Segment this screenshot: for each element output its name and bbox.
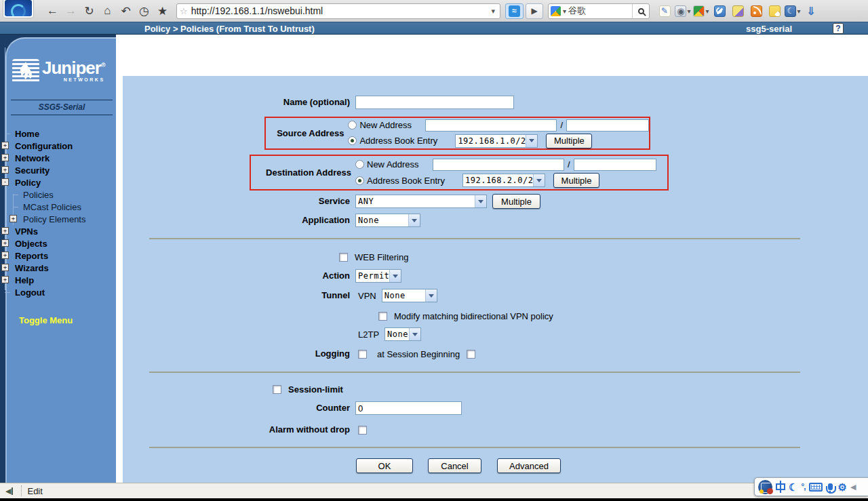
- destination-netmask-input[interactable]: [574, 159, 656, 171]
- address-bar[interactable]: ☆ http://192.168.1.1/nswebui.html ▾: [176, 3, 500, 19]
- ime-keyboard-icon[interactable]: [809, 483, 823, 492]
- chevron-down-icon[interactable]: [409, 328, 420, 340]
- chevron-down-icon[interactable]: [475, 195, 486, 207]
- sidebar-item-mcast-policies[interactable]: MCast Policies: [1, 201, 117, 213]
- url-star-icon[interactable]: ☆: [180, 6, 188, 16]
- chevron-down-icon[interactable]: [425, 289, 437, 302]
- expand-icon[interactable]: +: [1, 227, 9, 235]
- sidebar-item-reports[interactable]: +Reports: [1, 249, 117, 262]
- sidebar-item-help[interactable]: +Help: [1, 274, 117, 286]
- apps-button[interactable]: ▾: [693, 3, 709, 19]
- ime-punctuation-icon[interactable]: °,: [801, 482, 805, 492]
- advanced-button[interactable]: Advanced: [497, 458, 561, 473]
- expand-icon[interactable]: +: [1, 166, 9, 174]
- quickdial-button[interactable]: ≈: [505, 3, 524, 19]
- history-icon[interactable]: ◷: [135, 2, 153, 20]
- rss-button[interactable]: [748, 3, 764, 19]
- search-box[interactable]: ▾ 谷歌: [548, 3, 650, 19]
- ime-collapse-icon[interactable]: ◀: [850, 483, 856, 492]
- vpn-select[interactable]: None: [382, 289, 437, 302]
- sidebar-item-objects[interactable]: +Objects: [1, 237, 117, 249]
- back-icon[interactable]: ←: [43, 2, 62, 20]
- download-button[interactable]: ⇓: [803, 3, 819, 19]
- session-beginning-checkbox[interactable]: [467, 350, 475, 359]
- source-netmask-input[interactable]: [566, 119, 649, 132]
- sidebar-item-logout[interactable]: Logout: [1, 286, 117, 298]
- application-select[interactable]: None: [355, 214, 420, 227]
- sidebar-item-vpns[interactable]: +VPNs: [1, 225, 117, 237]
- tools-button[interactable]: [711, 3, 728, 19]
- home-icon[interactable]: ⌂: [98, 2, 117, 20]
- sidebar-item-network[interactable]: +Network: [1, 152, 117, 164]
- expand-icon[interactable]: +: [1, 142, 9, 149]
- destination-address-book-radio[interactable]: [355, 176, 364, 185]
- toggle-menu-link[interactable]: Toggle Menu: [19, 315, 73, 325]
- expand-icon[interactable]: +: [1, 276, 9, 283]
- ime-chinese-mode-icon[interactable]: [776, 483, 785, 490]
- sidebar-item-policies[interactable]: Policies: [1, 188, 117, 201]
- undo-icon[interactable]: ↶: [117, 2, 135, 20]
- notes-button[interactable]: [766, 3, 783, 19]
- bookmark-star-icon[interactable]: ★: [153, 2, 172, 20]
- expand-icon[interactable]: +: [1, 239, 9, 247]
- sidebar-item-configuration[interactable]: +Configuration: [1, 140, 117, 152]
- sidebar-item-wizards[interactable]: +Wizards: [1, 262, 117, 274]
- go-button[interactable]: ▶: [526, 3, 543, 19]
- expand-icon[interactable]: +: [9, 215, 17, 222]
- source-multiple-button[interactable]: Multiple: [546, 134, 592, 148]
- chevron-down-icon[interactable]: ▾: [687, 7, 690, 15]
- google-icon[interactable]: [551, 6, 561, 16]
- dock-left-icon[interactable]: ◀: [5, 487, 13, 496]
- url-text[interactable]: http://192.168.1.1/nswebui.html: [191, 5, 490, 16]
- chevron-down-icon[interactable]: ▾: [705, 7, 709, 15]
- service-select[interactable]: ANY: [355, 195, 487, 208]
- ime-fullwidth-icon[interactable]: ☾: [789, 482, 797, 492]
- ok-button[interactable]: OK: [356, 458, 413, 473]
- expand-icon[interactable]: +: [1, 154, 9, 161]
- action-select[interactable]: Permit: [355, 269, 401, 283]
- destination-new-address-radio[interactable]: [355, 160, 364, 169]
- collapse-icon[interactable]: -: [1, 178, 9, 186]
- modify-bidirectional-checkbox[interactable]: [378, 312, 387, 321]
- name-input[interactable]: [355, 96, 514, 109]
- ime-logo-icon[interactable]: [758, 480, 772, 494]
- browser-menu-button[interactable]: [3, 0, 34, 18]
- search-input[interactable]: 谷歌: [568, 5, 632, 17]
- chevron-down-icon[interactable]: [389, 270, 401, 282]
- cancel-button[interactable]: Cancel: [428, 458, 481, 473]
- expand-icon[interactable]: +: [1, 264, 9, 271]
- source-address-book-radio[interactable]: [348, 136, 357, 145]
- expand-icon[interactable]: +: [1, 252, 9, 259]
- url-dropdown-icon[interactable]: ▾: [489, 7, 497, 16]
- forward-icon[interactable]: →: [62, 2, 80, 20]
- logging-checkbox[interactable]: [358, 350, 367, 359]
- clean-button[interactable]: [730, 3, 746, 19]
- sidebar-item-policy[interactable]: -Policy: [1, 176, 117, 188]
- source-address-book-select[interactable]: 192.168.1.0/24: [455, 134, 538, 148]
- destination-address-book-select[interactable]: 192.168.2.0/24: [462, 174, 545, 187]
- service-multiple-button[interactable]: Multiple: [492, 194, 540, 209]
- note-edit-button[interactable]: ✎: [656, 3, 673, 19]
- screenshot-button[interactable]: ◉ ▾: [675, 3, 691, 19]
- alarm-checkbox[interactable]: [358, 426, 367, 435]
- web-filtering-checkbox[interactable]: [339, 253, 348, 262]
- refresh-icon[interactable]: ↻: [80, 2, 98, 20]
- help-button[interactable]: ?: [833, 23, 844, 34]
- source-new-address-radio[interactable]: [348, 121, 357, 129]
- chevron-down-icon[interactable]: [526, 135, 537, 147]
- search-button[interactable]: [632, 4, 649, 18]
- chevron-down-icon[interactable]: ▾: [797, 7, 800, 15]
- destination-new-address-input[interactable]: [433, 159, 564, 171]
- destination-multiple-button[interactable]: Multiple: [553, 173, 599, 188]
- chevron-down-icon[interactable]: [533, 174, 545, 186]
- ime-microphone-icon[interactable]: [828, 483, 833, 490]
- counter-input[interactable]: [355, 401, 462, 415]
- ime-settings-gear-icon[interactable]: ⚙: [838, 482, 847, 492]
- session-limit-checkbox[interactable]: [273, 385, 281, 394]
- search-engine-dropdown-icon[interactable]: ▾: [561, 7, 568, 15]
- nightmode-button[interactable]: ☾ ▾: [785, 3, 801, 19]
- sidebar-item-security[interactable]: +Security: [1, 164, 117, 176]
- source-new-address-input[interactable]: [425, 119, 557, 132]
- l2tp-select[interactable]: None: [384, 327, 421, 341]
- sidebar-item-policy-elements[interactable]: +Policy Elements: [1, 213, 117, 225]
